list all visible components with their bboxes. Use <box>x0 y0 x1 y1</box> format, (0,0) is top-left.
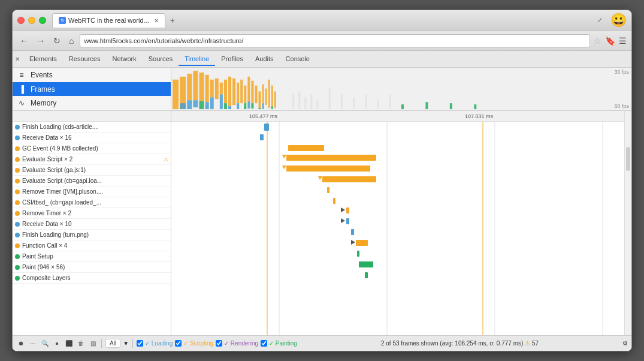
star-button[interactable]: ☆ <box>594 36 601 46</box>
tab-profiles[interactable]: Profiles <box>215 53 249 66</box>
columns-icon[interactable]: ▥ <box>88 339 98 348</box>
svg-rect-13 <box>215 79 219 100</box>
svg-rect-29 <box>251 103 253 109</box>
svg-rect-50 <box>389 94 391 109</box>
record-button[interactable]: ⏺ <box>16 339 26 348</box>
loading-checkbox-input[interactable] <box>137 340 143 347</box>
svg-rect-70 <box>327 187 329 193</box>
list-item[interactable]: Function Call × 4 <box>13 240 171 251</box>
memory-panel-item[interactable]: ∿ Memory <box>13 96 171 110</box>
close-button[interactable] <box>17 17 25 24</box>
filter-dropdown-icon[interactable]: ▼ <box>123 340 129 347</box>
event-label: Receive Data × 16 <box>22 134 168 141</box>
svg-rect-18 <box>228 77 231 106</box>
trash-icon[interactable]: 🗑 <box>76 339 86 348</box>
svg-rect-46 <box>341 94 343 109</box>
memory-icon: ∿ <box>17 99 26 107</box>
list-item[interactable]: Remove Timer × 2 <box>13 208 171 219</box>
list-item[interactable]: Evaluate Script (ga.js:1) <box>13 165 171 176</box>
list-item[interactable]: Finish Loading (cds-article.... <box>13 122 171 133</box>
frames-panel-item[interactable]: ▐ Frames <box>13 82 171 97</box>
tab-sources[interactable]: Sources <box>143 53 179 66</box>
events-panel-item[interactable]: ≡ Events <box>13 68 171 82</box>
browser-tab[interactable]: 5 WebRTC in the real world... ✕ <box>52 13 165 28</box>
event-color-dot <box>15 233 20 237</box>
home-button[interactable]: ⌂ <box>66 35 76 47</box>
svg-rect-49 <box>377 100 379 109</box>
rendering-checkbox[interactable]: ✓ Rendering <box>216 340 258 347</box>
svg-rect-71 <box>333 198 335 204</box>
list-item[interactable]: Receive Data × 10 <box>13 219 171 230</box>
clear-button[interactable]: ⋯ <box>28 339 38 348</box>
tab-timeline[interactable]: Timeline <box>179 53 215 66</box>
menu-icon[interactable]: ☰ <box>619 36 627 46</box>
scrollbar[interactable] <box>624 111 631 335</box>
resize-icon[interactable]: ⤢ <box>597 17 602 23</box>
scripting-checkbox-input[interactable] <box>175 340 182 347</box>
event-color-dot <box>15 222 20 227</box>
loading-checkbox[interactable]: ✓ Loading <box>137 340 173 347</box>
event-color-dot <box>15 146 20 151</box>
scrollbar-thumb[interactable] <box>626 147 630 171</box>
event-label: Finish Loading (turn.png) <box>22 231 168 238</box>
new-tab-button[interactable]: + <box>170 16 175 25</box>
svg-rect-33 <box>262 85 264 104</box>
svg-rect-41 <box>298 91 300 109</box>
minimize-button[interactable] <box>28 17 35 24</box>
status-bar: ⏺ ⋯ 🔍 ● ⬛ 🗑 ▥ All ▼ ✓ Loading ✓ Scriptin… <box>13 335 631 351</box>
list-item[interactable]: Receive Data × 16 <box>13 133 171 143</box>
rendering-checkbox-input[interactable] <box>216 340 222 347</box>
filter-all-button[interactable]: All <box>105 339 120 348</box>
list-item[interactable]: Evaluate Script × 2 ⚠ <box>13 154 171 165</box>
event-color-dot <box>15 157 20 162</box>
svg-rect-4 <box>187 100 192 109</box>
svg-rect-14 <box>220 83 223 95</box>
list-item[interactable]: Remove Timer ([VM].pluson.... <box>13 186 171 197</box>
svg-rect-80 <box>359 261 373 267</box>
search-button[interactable]: 🔍 <box>40 339 50 348</box>
svg-rect-73 <box>346 207 349 213</box>
painting-checkbox-input[interactable] <box>261 340 267 347</box>
emoji-face: 😀 <box>610 13 627 28</box>
svg-rect-15 <box>220 94 223 109</box>
tab-resources[interactable]: Resources <box>63 53 107 66</box>
event-color-dot <box>15 243 20 248</box>
list-item[interactable]: Paint (946 × 56) <box>13 262 171 273</box>
devtools-close-button[interactable]: ✕ <box>15 56 20 62</box>
svg-rect-30 <box>255 86 257 104</box>
settings-gear-icon[interactable]: ⚙ <box>622 340 628 347</box>
event-color-dot <box>15 276 20 281</box>
list-item[interactable]: CSI/tbsd_ (cb=gapi.loaded_... <box>13 197 171 208</box>
event-label: Paint Setup <box>22 253 168 260</box>
tab-audits[interactable]: Audits <box>249 53 280 66</box>
browser-window: 5 WebRTC in the real world... ✕ + ⤢ 😀 ← … <box>12 10 632 351</box>
svg-rect-38 <box>271 106 273 109</box>
tab-console[interactable]: Console <box>280 53 316 66</box>
bookmark-icon[interactable]: 🔖 <box>605 36 615 46</box>
list-item[interactable]: GC Event (4.9 MB collected) <box>13 143 171 154</box>
svg-rect-81 <box>365 272 368 278</box>
tab-elements[interactable]: Elements <box>23 53 63 66</box>
list-item[interactable]: Finish Loading (turn.png) <box>13 230 171 240</box>
address-bar[interactable]: www.html5rocks.com/en/tutorials/webrtc/i… <box>80 34 590 47</box>
scripting-checkbox[interactable]: ✓ Scripting <box>175 340 213 347</box>
list-item[interactable]: Composite Layers <box>13 273 171 284</box>
event-color-dot <box>15 211 20 216</box>
events-list: Finish Loading (cds-article.... Receive … <box>13 111 171 335</box>
painting-checkbox[interactable]: ✓ Painting <box>261 340 297 347</box>
list-item[interactable]: Evaluate Script (cb=gapi.loa... <box>13 176 171 186</box>
back-button[interactable]: ← <box>17 35 31 47</box>
painting-label: ✓ Painting <box>269 340 297 347</box>
stop-icon[interactable]: ⬛ <box>64 339 74 348</box>
reload-button[interactable]: ↻ <box>51 35 63 47</box>
list-item[interactable]: Paint Setup <box>13 251 171 262</box>
svg-rect-19 <box>228 106 231 109</box>
tab-network[interactable]: Network <box>106 53 142 66</box>
tab-close-icon[interactable]: ✕ <box>154 17 159 24</box>
scripting-label: ✓ Scripting <box>183 340 213 347</box>
maximize-button[interactable] <box>39 17 46 24</box>
event-label: Function Call × 4 <box>22 242 168 249</box>
forward-button[interactable]: → <box>34 35 47 47</box>
event-label: Evaluate Script (ga.js:1) <box>22 167 168 173</box>
frames-chart-section: ≡ Events ▐ Frames ∿ Memory 30 fps 60 fps <box>13 68 631 111</box>
